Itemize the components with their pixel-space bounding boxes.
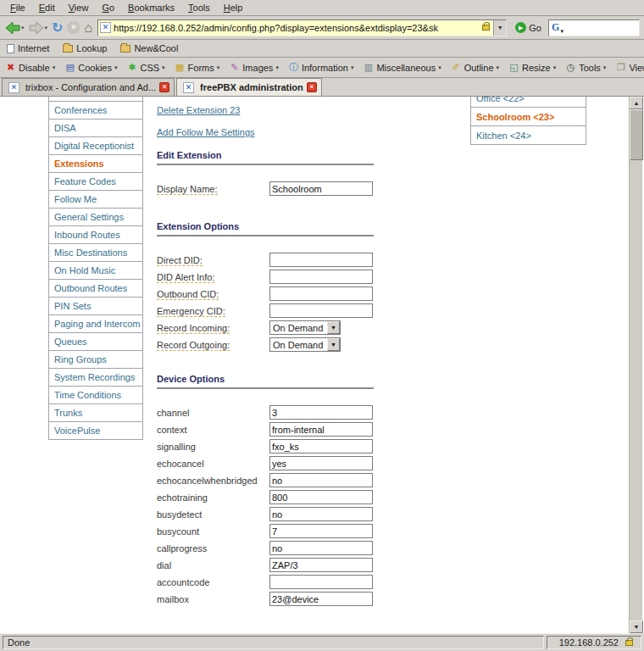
field-input[interactable] (269, 524, 373, 538)
field-input[interactable] (269, 303, 373, 318)
menu-go[interactable]: Go (95, 1, 121, 14)
field-label[interactable]: DID Alert Info: (157, 272, 214, 283)
field-label: callprogress (157, 543, 207, 554)
field-input[interactable] (269, 422, 373, 437)
webdev-menu-item[interactable]: ▦Forms▾ (175, 62, 220, 73)
search-input[interactable]: G ▼ (548, 19, 640, 36)
tab-close-icon[interactable]: ✕ (159, 82, 169, 92)
sidebar-item-feature-codes[interactable]: Feature Codes (48, 172, 143, 191)
address-url[interactable]: https://192.168.0.252/admin/config.php?d… (114, 23, 479, 33)
page-content: CallbackConferencesDISADigital Reception… (0, 97, 644, 633)
field-input[interactable] (269, 541, 373, 555)
field-input[interactable] (269, 181, 373, 196)
scroll-down-button[interactable]: ▼ (630, 620, 643, 633)
menu-bookmarks[interactable]: Bookmarks (121, 1, 181, 14)
field-input[interactable] (269, 592, 373, 606)
scrollbar-thumb[interactable] (630, 109, 643, 160)
sidebar-item-system-recordings[interactable]: System Recordings (48, 368, 143, 387)
sidebar-item-paging-and-intercom[interactable]: Paging and Intercom (48, 314, 143, 333)
field-select[interactable]: On Demand▼ (269, 337, 341, 352)
reload-button[interactable]: ↻ (51, 19, 64, 37)
field-label[interactable]: Display Name: (157, 184, 218, 195)
menu-edit[interactable]: Edit (32, 1, 62, 14)
field-input[interactable] (269, 287, 373, 301)
sidebar-item-pin-sets[interactable]: PIN Sets (48, 297, 143, 315)
address-dropdown-button[interactable]: ▼ (493, 20, 506, 36)
field-input[interactable] (269, 575, 373, 589)
action-link[interactable]: Delete Extension 23 (157, 105, 374, 116)
sidebar-item-disa[interactable]: DISA (48, 119, 143, 137)
address-bar[interactable]: ✕ https://192.168.0.252/admin/config.php… (97, 19, 507, 36)
webdev-menu-item[interactable]: ✐Outline▾ (451, 62, 499, 73)
sidebar-item-extensions[interactable]: Extensions (48, 154, 143, 173)
tab-close-icon[interactable]: ✕ (307, 82, 317, 92)
back-button[interactable]: ▾ (4, 19, 25, 37)
field-input[interactable] (269, 270, 373, 284)
field-input[interactable] (269, 253, 373, 267)
sidebar-item-conferences[interactable]: Conferences (48, 101, 143, 120)
sidebar-item-inbound-routes[interactable]: Inbound Routes (48, 225, 143, 244)
sidebar-item-outbound-routes[interactable]: Outbound Routes (48, 279, 143, 298)
back-dropdown-icon[interactable]: ▾ (21, 25, 25, 31)
menu-view[interactable]: View (62, 1, 96, 14)
field-select[interactable]: On Demand▼ (269, 320, 341, 335)
menu-help[interactable]: Help (217, 1, 250, 14)
menu-tools[interactable]: Tools (181, 1, 217, 14)
sidebar-item-digital-receptionist[interactable]: Digital Receptionist (48, 136, 143, 155)
field-label[interactable]: Outbound CID: (157, 289, 219, 300)
sidebar-item-general-settings[interactable]: General Settings (48, 208, 143, 226)
bookmark-item[interactable]: New&Cool (120, 43, 178, 53)
form-field-row: echotraining (157, 490, 374, 504)
go-button[interactable]: ▶ Go (511, 19, 546, 37)
extension-list-item[interactable]: Schoolroom <23> (470, 107, 586, 126)
sidebar-item-voicepulse[interactable]: VoicePulse (48, 421, 143, 440)
webdev-menu-item[interactable]: ❐View Source▾ (615, 62, 644, 73)
sidebar-item-time-conditions[interactable]: Time Conditions (48, 386, 143, 404)
field-input[interactable] (269, 473, 373, 487)
scroll-up-button[interactable]: ▲ (630, 97, 643, 109)
search-engine-dropdown-icon[interactable]: ▼ (559, 29, 564, 34)
sidebar-item-on-hold-music[interactable]: On Hold Music (48, 261, 143, 280)
chevron-down-icon: ▾ (553, 64, 557, 71)
chevron-down-icon[interactable]: ▼ (327, 321, 340, 334)
browser-tab[interactable]: ✕freePBX administration✕ (176, 78, 322, 96)
field-label[interactable]: Record Outgoing: (157, 340, 230, 351)
field-label[interactable]: Direct DID: (157, 255, 203, 266)
chevron-down-icon[interactable]: ▼ (327, 338, 340, 351)
stop-button[interactable]: ✕ (66, 19, 80, 37)
webdev-menu-item[interactable]: ◷Tools▾ (565, 62, 606, 73)
section-title: Edit Extension (157, 150, 374, 160)
forward-dropdown-icon[interactable]: ▾ (45, 25, 48, 31)
webdev-menu-item[interactable]: ▤Cookies▾ (64, 62, 117, 73)
section-title: Device Options (157, 374, 374, 384)
field-label[interactable]: Emergency CID: (157, 306, 225, 317)
webdev-menu-item[interactable]: ✖Disable▾ (5, 62, 55, 73)
browser-tab[interactable]: ✕trixbox - Configuration and Ad...✕ (2, 78, 175, 96)
field-input[interactable] (269, 507, 373, 521)
sidebar-item-follow-me[interactable]: Follow Me (48, 190, 143, 209)
field-input[interactable] (269, 405, 373, 420)
bookmark-item[interactable]: Internet (7, 43, 49, 53)
tab-favicon-icon: ✕ (183, 82, 194, 93)
webdev-menu-item[interactable]: ▥Miscellaneous▾ (363, 62, 441, 73)
page-scrollbar[interactable]: ▲ ▼ (629, 97, 642, 633)
webdev-menu-item[interactable]: ✱CSS▾ (126, 62, 164, 73)
field-input[interactable] (269, 490, 373, 504)
webdev-menu-item[interactable]: ⓘInformation▾ (288, 61, 354, 74)
home-button[interactable]: ⌂ (83, 19, 93, 37)
sidebar-item-queues[interactable]: Queues (48, 332, 143, 351)
webdev-menu-item[interactable]: ✎Images▾ (229, 62, 279, 73)
sidebar-item-trunks[interactable]: Trunks (48, 403, 143, 422)
sidebar-item-misc-destinations[interactable]: Misc Destinations (48, 243, 143, 262)
bookmark-item[interactable]: Lookup (63, 43, 107, 53)
webdev-menu-item[interactable]: ◱Resize▾ (508, 62, 556, 73)
forward-button[interactable]: ▾ (28, 19, 49, 37)
sidebar-item-ring-groups[interactable]: Ring Groups (48, 350, 143, 369)
field-input[interactable] (269, 456, 373, 470)
field-input[interactable] (269, 558, 373, 572)
field-input[interactable] (269, 439, 373, 453)
field-label[interactable]: Record Incoming: (157, 323, 230, 334)
extension-list-item[interactable]: Kitchen <24> (470, 125, 586, 145)
action-link[interactable]: Add Follow Me Settings (157, 127, 374, 138)
menu-file[interactable]: File (3, 1, 32, 14)
